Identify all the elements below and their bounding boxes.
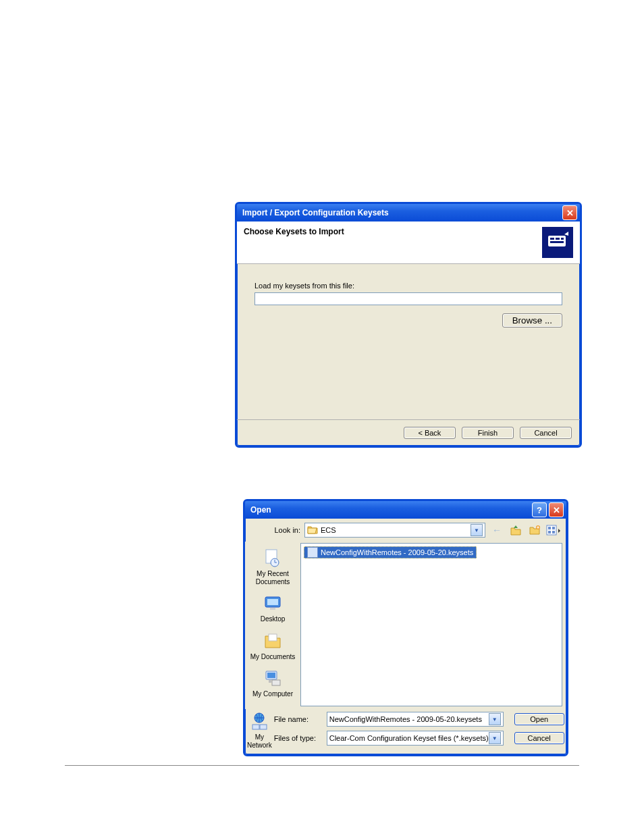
open-button[interactable]: Open — [514, 713, 564, 725]
file-item-selected[interactable]: NewConfigWithRemotes - 2009-05-20.keyset… — [304, 546, 477, 558]
svg-rect-1 — [550, 238, 554, 240]
chevron-down-icon[interactable]: ▼ — [489, 732, 501, 744]
file-type-value: Clear-Com Configuration Keyset files (*.… — [329, 734, 489, 742]
file-item-label: NewConfigWithRemotes - 2009-05-20.keyset… — [321, 548, 473, 556]
place-desktop[interactable]: Desktop — [259, 590, 288, 626]
svg-rect-4 — [550, 241, 564, 243]
svg-rect-3 — [561, 238, 564, 240]
svg-rect-15 — [270, 608, 275, 610]
place-label: Desktop — [261, 615, 286, 623]
back-icon[interactable]: ← — [489, 523, 504, 538]
import-export-dialog: Import / Export Configuration Keysets ✕ … — [235, 202, 582, 448]
close-icon[interactable]: ✕ — [549, 502, 564, 517]
back-button[interactable]: < Back — [404, 427, 456, 439]
file-type-combo[interactable]: Clear-Com Configuration Keyset files (*.… — [327, 731, 504, 746]
up-one-level-icon[interactable] — [508, 523, 523, 538]
finish-button[interactable]: Finish — [462, 427, 514, 439]
dialog-heading: Choose Keysets to Import — [244, 227, 344, 236]
svg-rect-19 — [272, 680, 280, 685]
open-folder-icon — [307, 525, 318, 536]
my-computer-icon — [262, 667, 284, 689]
svg-rect-22 — [252, 725, 259, 729]
file-path-input[interactable] — [254, 292, 562, 305]
my-network-icon — [248, 710, 270, 732]
svg-rect-7 — [548, 527, 551, 529]
svg-rect-18 — [267, 673, 275, 678]
recent-docs-icon — [262, 547, 284, 569]
file-icon — [307, 547, 318, 558]
look-in-dropdown[interactable]: ECS ▼ — [304, 523, 485, 538]
chevron-down-icon[interactable]: ▼ — [489, 713, 501, 725]
place-label: My Recent Documents — [247, 570, 298, 585]
dialog-button-bar: < Back Finish Cancel — [237, 419, 580, 446]
file-name-value: NewConfigWithRemotes - 2009-05-20.keyset… — [329, 715, 482, 723]
footer-rule — [65, 765, 579, 766]
cancel-button[interactable]: Cancel — [514, 732, 564, 744]
my-documents-icon — [262, 630, 284, 652]
svg-rect-14 — [267, 599, 278, 605]
svg-rect-8 — [552, 527, 555, 529]
places-bar: My Recent Documents Desktop My Documents… — [245, 542, 300, 709]
dialog-title: Import / Export Configuration Keysets — [242, 208, 389, 217]
svg-rect-16 — [269, 634, 277, 641]
views-menu-icon[interactable] — [546, 523, 561, 538]
svg-rect-2 — [556, 238, 560, 240]
place-my-computer[interactable]: My Computer — [250, 664, 295, 701]
svg-rect-23 — [260, 725, 267, 729]
load-from-file-label: Load my keysets from this file: — [254, 282, 562, 290]
browse-button[interactable]: Browse ... — [502, 313, 562, 328]
close-icon[interactable]: ✕ — [562, 205, 577, 220]
desktop-icon — [262, 592, 284, 614]
open-dialog-toolbar: Look in: ECS ▼ ← — [245, 519, 566, 542]
open-file-dialog: Open ? ✕ Look in: ECS ▼ ← My Recent Docu… — [243, 499, 568, 756]
place-my-documents[interactable]: My Documents — [248, 627, 298, 664]
file-type-label: Files of type: — [274, 734, 321, 742]
place-label: My Network — [247, 733, 272, 749]
look-in-label: Look in: — [250, 526, 300, 534]
help-icon[interactable]: ? — [532, 502, 547, 517]
create-new-folder-icon[interactable] — [527, 523, 542, 538]
cancel-button[interactable]: Cancel — [520, 427, 572, 439]
dialog-titlebar[interactable]: Open ? ✕ — [245, 501, 566, 519]
file-list[interactable]: NewConfigWithRemotes - 2009-05-20.keyset… — [300, 543, 562, 706]
place-label: My Computer — [252, 690, 293, 698]
dialog-header: Choose Keysets to Import — [237, 221, 580, 264]
keyset-header-icon — [542, 227, 573, 258]
chevron-down-icon[interactable]: ▼ — [471, 524, 483, 536]
dialog-title: Open — [250, 505, 271, 515]
svg-rect-10 — [552, 531, 555, 533]
look-in-value: ECS — [321, 526, 336, 534]
file-name-label: File name: — [274, 715, 321, 723]
place-label: My Documents — [250, 653, 296, 661]
svg-rect-20 — [269, 680, 271, 683]
place-my-network[interactable]: My Network — [245, 710, 274, 753]
file-name-combo[interactable]: NewConfigWithRemotes - 2009-05-20.keyset… — [327, 712, 504, 727]
place-recent-documents[interactable]: My Recent Documents — [245, 544, 300, 588]
dialog-titlebar[interactable]: Import / Export Configuration Keysets ✕ — [237, 204, 580, 221]
svg-rect-9 — [548, 531, 551, 533]
